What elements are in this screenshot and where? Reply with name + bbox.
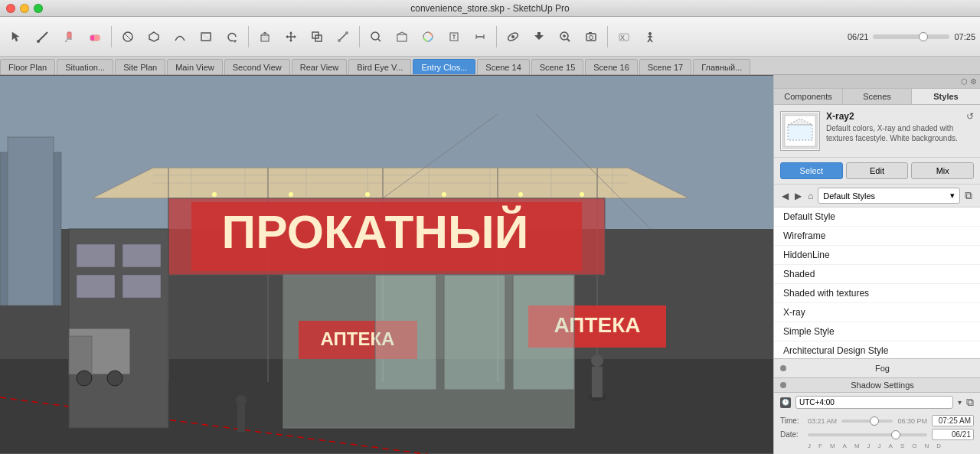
material-tool[interactable] [416,24,440,49]
tab-site-plan[interactable]: Site Plan [115,59,165,74]
style-item-architectural[interactable]: Architectural Design Style [774,341,980,358]
forward-arrow[interactable]: ▶ [793,189,803,203]
svg-marker-17 [289,40,292,42]
component-tool[interactable] [390,24,414,49]
svg-rect-12 [261,35,269,41]
pan-tool[interactable] [527,24,551,49]
dimension-tool[interactable] [468,24,492,49]
tab-entry-close[interactable]: Entry Clos... [413,59,475,74]
orbit-tool[interactable] [501,24,525,49]
shadow-header: Shadow Settings [774,378,980,392]
move-tool[interactable] [279,24,303,49]
timeline-slider[interactable] [873,34,949,39]
date-value: 06/21 [932,429,974,440]
mix-button[interactable]: Mix [911,162,974,179]
update-style-btn[interactable]: ↺ [966,111,974,122]
svg-point-107 [518,192,523,197]
walkthrough-tool[interactable] [638,24,662,49]
copy-style-button[interactable]: ⧉ [963,188,974,204]
svg-rect-43 [589,32,592,34]
line-tool[interactable] [31,24,55,49]
arc-tool[interactable] [168,24,192,49]
svg-rect-113 [788,125,812,140]
tab-situation[interactable]: Situation... [57,59,113,74]
toolbar: X 06/21 07:25 [0,17,980,57]
tab-components[interactable]: Components [774,89,843,104]
xray-tool[interactable]: X [612,24,636,49]
panel-resize-btn[interactable]: ⬡ [961,77,968,86]
tab-scenes[interactable]: Scenes [843,89,912,104]
current-style-desc: Default colors, X-ray and shaded with te… [826,123,960,143]
text-tool[interactable] [442,24,466,49]
month-a1: A [843,443,847,449]
minimize-button[interactable] [20,4,29,13]
svg-line-7 [125,34,131,40]
panel-settings-btn[interactable]: ⚙ [970,77,977,86]
tab-floor-plan[interactable]: Floor Plan [0,59,55,74]
tab-scene-16[interactable]: Scene 16 [585,59,637,74]
style-item-hiddenline[interactable]: HiddenLine [774,246,980,265]
select-button[interactable]: Select [780,162,843,179]
tab-glavny[interactable]: Главный... [693,59,750,74]
style-item-default[interactable]: Default Style [774,207,980,227]
scene-tabs: Floor Plan Situation... Site Plan Main V… [0,57,980,75]
style-item-shaded-textures[interactable]: Shaded with textures [774,284,980,303]
tab-styles[interactable]: Styles [912,89,980,104]
time-slider[interactable] [841,420,893,423]
month-a2: A [889,443,893,449]
utc-dropdown[interactable]: UTC+4:00 [795,396,953,409]
toolbar-separator-4 [496,26,497,47]
style-item-shaded[interactable]: Shaded [774,265,980,284]
svg-marker-18 [286,35,288,38]
time-label: Time: [780,416,803,425]
paint-tool[interactable] [57,24,81,49]
svg-point-106 [442,192,446,197]
edit-button[interactable]: Edit [846,162,909,179]
tape-tool[interactable] [331,24,355,49]
svg-point-25 [371,32,379,40]
tab-rear-view[interactable]: Rear View [292,59,348,74]
svg-text:ПРОКАТНЫЙ: ПРОКАТНЫЙ [222,205,529,258]
style-item-wireframe[interactable]: Wireframe [774,227,980,246]
utc-copy-btn[interactable]: ⧉ [966,396,974,409]
tab-second-view[interactable]: Second View [224,59,290,74]
back-arrow[interactable]: ◀ [780,189,790,203]
polygon-tool[interactable] [142,24,166,49]
style-item-xray[interactable]: X-ray [774,303,980,322]
svg-rect-82 [69,336,92,374]
month-labels: J F M A M J J A S O N D [780,443,974,451]
select-tool[interactable] [5,24,29,49]
search-tool[interactable] [364,24,388,49]
svg-line-22 [339,33,347,41]
utc-dropdown-arrow[interactable]: ▾ [958,398,962,407]
home-button[interactable]: ⌂ [806,189,815,203]
maximize-button[interactable] [34,4,43,13]
tab-scene-14[interactable]: Scene 14 [477,59,529,74]
camera-tool[interactable] [579,24,603,49]
tab-main-view[interactable]: Main View [167,59,223,74]
scale-tool[interactable] [305,24,329,49]
svg-point-23 [338,39,341,42]
month-o: O [912,443,916,449]
svg-point-46 [648,32,652,35]
rotate-tool[interactable] [220,24,244,49]
svg-point-83 [77,371,92,386]
date-slider[interactable] [808,433,927,436]
zoom-tool[interactable] [553,24,577,49]
push-pull-tool[interactable] [253,24,277,49]
circle-tool[interactable] [116,24,140,49]
tab-bird-eye[interactable]: Bird Eye V... [348,59,411,74]
style-item-simple[interactable]: Simple Style [774,322,980,341]
svg-rect-79 [77,275,115,298]
eraser-tool[interactable] [83,24,107,49]
viewport[interactable]: ПРОКАТНЫЙ АПТЕКА АПТЕКА [0,75,773,454]
style-library-dropdown[interactable]: Default Styles ▾ [818,188,960,204]
close-button[interactable] [6,4,15,13]
title-bar: convenience_store.skp - SketchUp Pro [0,0,980,17]
panel-tabs: Components Scenes Styles [774,89,980,105]
svg-point-1 [37,40,40,43]
tab-scene-15[interactable]: Scene 15 [531,59,583,74]
tab-scene-17[interactable]: Scene 17 [639,59,691,74]
rectangle-tool[interactable] [194,24,218,49]
toolbar-separator-3 [359,26,360,47]
